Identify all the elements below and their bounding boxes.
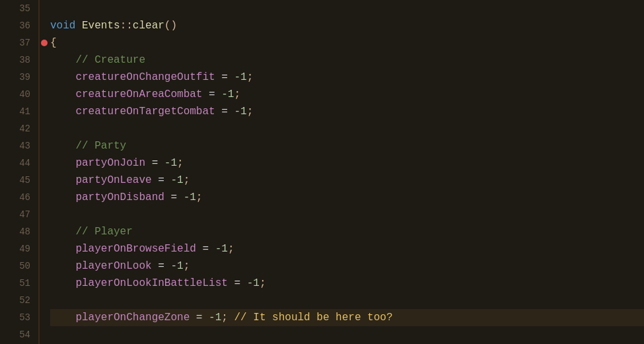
code-line-54 [50, 326, 644, 343]
indent [50, 172, 75, 189]
code-line-35 [50, 0, 644, 17]
indent [50, 240, 75, 258]
scope-op: :: [120, 17, 133, 34]
space [164, 189, 171, 206]
var-creature-area: creatureOnAreaCombat [75, 86, 202, 103]
line-num-36: 36 [0, 17, 30, 34]
function-name-clear: clear [133, 17, 164, 34]
line-num-46: 46 [0, 189, 30, 206]
op-eq: = [202, 240, 209, 258]
space [215, 103, 222, 120]
space [190, 309, 196, 326]
space [158, 155, 164, 172]
code-editor: 35 36 37 38 39 40 41 42 43 44 45 46 47 4… [0, 0, 644, 344]
op-eq: = [152, 155, 159, 172]
indent [50, 69, 75, 86]
code-line-44: partyOnJoin = -1 ; [50, 155, 644, 172]
op-eq: = [209, 86, 215, 103]
line-num-47: 47 [0, 206, 30, 223]
code-line-53: playerOnChangeZone = -1 ; // It should b… [50, 309, 644, 326]
space [240, 275, 247, 292]
code-line-49: playerOnBrowseField = -1 ; [50, 240, 644, 258]
code-area[interactable]: void Events :: clear () { // Creature cr… [40, 0, 644, 344]
op-eq: = [234, 275, 240, 292]
num-neg1: -1 [234, 103, 246, 120]
space [215, 86, 222, 103]
breakpoint-icon [41, 40, 48, 46]
space [196, 240, 203, 258]
op-eq: = [170, 189, 177, 206]
line-num-35: 35 [0, 0, 30, 17]
space [75, 17, 82, 34]
semi: ; [228, 240, 234, 258]
indent [50, 137, 75, 155]
line-num-50: 50 [0, 258, 30, 275]
var-party-join: partyOnJoin [75, 155, 145, 172]
space [177, 189, 184, 206]
num-neg1: -1 [170, 258, 183, 275]
line-num-45: 45 [0, 172, 30, 189]
code-line-38: // Creature [50, 52, 644, 69]
space [215, 69, 222, 86]
var-player-browse: playerOnBrowseField [75, 240, 196, 258]
code-line-52 [50, 292, 644, 309]
line-num-53: 53 [0, 309, 30, 326]
comment-party: // Party [75, 137, 126, 155]
op-eq: = [221, 69, 228, 86]
space [228, 275, 234, 292]
code-line-48: // Player [50, 223, 644, 240]
line-num-52: 52 [0, 292, 30, 309]
semi: ; [221, 309, 228, 326]
code-line-39: creatureOnChangeOutfit = -1 ; [50, 69, 644, 86]
semi: ; [247, 103, 254, 120]
semi: ; [177, 155, 184, 172]
num-neg1: -1 [164, 155, 177, 172]
indent [50, 309, 75, 326]
var-party-disband: partyOnDisband [75, 189, 164, 206]
space [152, 258, 159, 275]
line-num-54: 54 [0, 326, 30, 343]
space [164, 172, 171, 189]
line-numbers: 35 36 37 38 39 40 41 42 43 44 45 46 47 4… [0, 0, 40, 344]
code-line-40: creatureOnAreaCombat = -1 ; [50, 86, 644, 103]
indent [50, 103, 75, 120]
code-line-47 [50, 206, 644, 223]
num-neg1: -1 [234, 69, 246, 86]
line-num-48: 48 [0, 223, 30, 240]
var-creature-target: creatureOnTargetCombat [75, 103, 215, 120]
line-num-43: 43 [0, 137, 30, 155]
indent [50, 155, 75, 172]
var-player-look-battle: playerOnLookInBattleList [75, 275, 227, 292]
semi: ; [234, 86, 240, 103]
line-num-39: 39 [0, 69, 30, 86]
code-line-41: creatureOnTargetCombat = -1 ; [50, 103, 644, 120]
function-name: Events [82, 17, 120, 34]
op-eq: = [158, 172, 164, 189]
space [202, 309, 209, 326]
indent [50, 275, 75, 292]
var-party-leave: partyOnLeave [75, 172, 151, 189]
num-neg1: -1 [221, 86, 234, 103]
line-num-38: 38 [0, 52, 30, 69]
semi: ; [247, 69, 254, 86]
indent [50, 258, 75, 275]
num-neg1: -1 [184, 189, 196, 206]
space [228, 309, 234, 326]
code-line-50: playerOnLook = -1 ; [50, 258, 644, 275]
line-num-42: 42 [0, 120, 30, 137]
num-neg1: -1 [209, 309, 221, 326]
line-num-44: 44 [0, 155, 30, 172]
num-neg1: -1 [247, 275, 260, 292]
semi: ; [260, 275, 266, 292]
space [145, 155, 152, 172]
num-neg1: -1 [170, 172, 183, 189]
var-creature-outfit: creatureOnChangeOutfit [75, 69, 215, 86]
line-num-37: 37 [0, 34, 30, 52]
code-line-45: partyOnLeave = -1 ; [50, 172, 644, 189]
semi: ; [196, 189, 203, 206]
code-line-42 [50, 120, 644, 137]
brace-open: { [50, 34, 57, 52]
space [164, 258, 171, 275]
line-num-40: 40 [0, 86, 30, 103]
code-line-46: partyOnDisband = -1 ; [50, 189, 644, 206]
